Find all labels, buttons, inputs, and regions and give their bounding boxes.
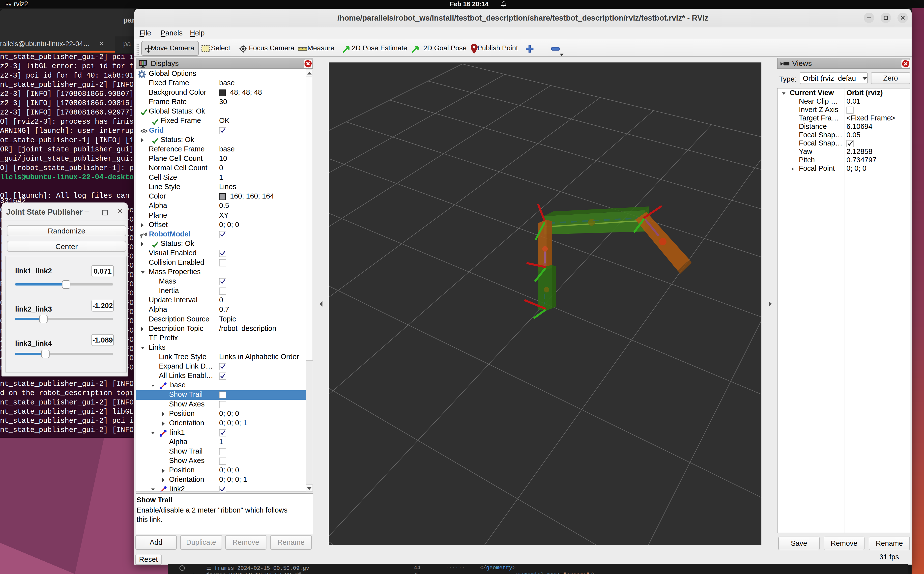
svg-text:RV: RV bbox=[5, 2, 12, 7]
